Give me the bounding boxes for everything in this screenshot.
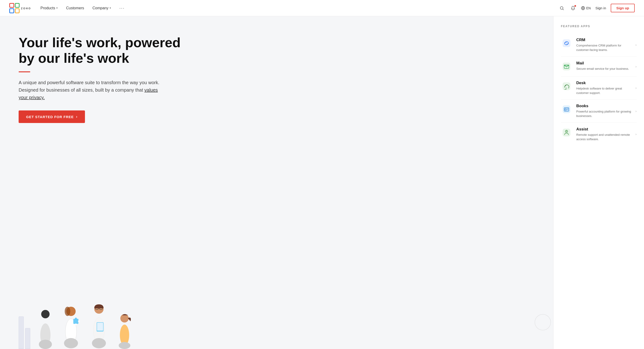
svg-rect-26 <box>562 39 570 47</box>
svg-rect-27 <box>562 62 570 70</box>
language-selector[interactable]: EN <box>581 6 591 10</box>
svg-point-19 <box>93 318 104 343</box>
person-4-svg <box>116 312 133 349</box>
app-item-crm[interactable]: CRM Comprehensive CRM platform for custo… <box>561 33 636 57</box>
assist-name: Assist <box>576 127 631 132</box>
svg-point-10 <box>64 338 78 348</box>
hero-description: A unique and powerful software suite to … <box>18 79 163 101</box>
logo-sq-yellow <box>15 8 20 13</box>
logo-sq-green <box>15 3 20 8</box>
svg-rect-17 <box>100 308 102 310</box>
books-icon-wrap <box>561 104 572 115</box>
nav-more-icon[interactable]: ··· <box>120 5 125 11</box>
assist-info: Assist Remote support and unattended rem… <box>576 127 631 142</box>
app-item-mail[interactable]: Mail Secure email service for your busin… <box>561 57 636 76</box>
assist-desc: Remote support and unattended remote acc… <box>576 133 631 142</box>
crm-icon-wrap <box>561 38 572 49</box>
featured-panel: FEATURED APPS CRM Comprehensive CRM plat… <box>553 16 644 349</box>
person-3-svg <box>88 303 110 349</box>
app-item-desk[interactable]: Desk Helpdesk software to deliver great … <box>561 76 636 100</box>
svg-line-1 <box>563 9 564 10</box>
crm-info: CRM Comprehensive CRM platform for custo… <box>576 38 631 52</box>
circle-decoration <box>534 314 551 331</box>
nav-products[interactable]: Products ▾ <box>40 6 58 10</box>
featured-label: FEATURED APPS <box>561 25 636 28</box>
svg-point-31 <box>565 87 567 89</box>
app-item-books[interactable]: Books Powerful accounting platform for g… <box>561 99 636 123</box>
hero-section: Your life's work, powered by our life's … <box>0 16 553 349</box>
cta-button[interactable]: GET STARTED FOR FREE › <box>18 110 85 123</box>
signup-button[interactable]: Sign up <box>611 4 635 12</box>
privacy-link[interactable]: values your privacy. <box>18 87 158 100</box>
logo-sq-red <box>9 3 14 8</box>
person-1-svg <box>37 307 54 349</box>
app-item-assist[interactable]: Assist Remote support and unattended rem… <box>561 123 636 146</box>
svg-rect-21 <box>97 323 103 331</box>
svg-rect-13 <box>78 321 80 322</box>
header-actions: EN Sign in Sign up <box>558 4 635 12</box>
books-info: Books Powerful accounting platform for g… <box>576 104 631 118</box>
assist-icon <box>562 128 571 137</box>
svg-rect-20 <box>96 322 104 332</box>
svg-rect-11 <box>73 319 78 324</box>
bar-short <box>25 328 30 349</box>
company-chevron-icon: ▾ <box>110 6 111 9</box>
person-2 <box>60 303 82 349</box>
svg-rect-32 <box>562 106 570 113</box>
mail-icon <box>562 62 571 71</box>
mail-name: Mail <box>576 61 631 65</box>
bar-tall <box>18 317 24 349</box>
person-3 <box>88 303 110 349</box>
main-nav: Products ▾ Customers Company ▾ ··· <box>40 5 558 11</box>
mail-info: Mail Secure email service for your busin… <box>576 61 631 71</box>
crm-chevron-icon: › <box>636 43 636 47</box>
books-chevron-icon: › <box>636 109 636 113</box>
logo[interactable]: ZOHO <box>9 3 31 13</box>
logo-text: ZOHO <box>21 7 31 10</box>
desk-icon-wrap <box>561 81 572 92</box>
assist-icon-wrap <box>561 127 572 138</box>
desk-name: Desk <box>576 81 631 85</box>
nav-company[interactable]: Company ▾ <box>92 6 111 10</box>
assist-chevron-icon: › <box>636 132 636 136</box>
svg-point-9 <box>66 319 76 344</box>
svg-point-29 <box>566 68 567 68</box>
hero-title: Your life's work, powered by our life's … <box>18 35 182 66</box>
crm-icon <box>562 38 571 48</box>
signin-button[interactable]: Sign in <box>595 6 606 10</box>
desk-desc: Helpdesk software to deliver great custo… <box>576 86 631 95</box>
logo-sq-blue <box>9 8 14 13</box>
nav-customers[interactable]: Customers <box>66 6 84 10</box>
notifications-icon[interactable] <box>570 5 576 11</box>
main-content: Your life's work, powered by our life's … <box>0 16 644 349</box>
crm-name: CRM <box>576 38 631 42</box>
svg-point-23 <box>120 314 129 323</box>
svg-point-5 <box>40 324 50 347</box>
cta-arrow-icon: › <box>76 115 78 119</box>
svg-point-6 <box>39 340 52 349</box>
svg-point-0 <box>560 6 563 9</box>
mail-desc: Secure email service for your business. <box>576 67 631 71</box>
bar-shapes <box>18 317 30 349</box>
products-chevron-icon: ▾ <box>56 6 58 9</box>
svg-point-25 <box>119 342 130 349</box>
desk-info: Desk Helpdesk software to deliver great … <box>576 81 631 95</box>
search-icon[interactable] <box>558 5 565 11</box>
svg-point-8 <box>65 307 70 316</box>
books-desc: Powerful accounting platform for growing… <box>576 109 631 118</box>
notification-badge <box>574 5 576 7</box>
illustration-area <box>14 298 553 349</box>
header: ZOHO Products ▾ Customers Company ▾ ··· <box>0 0 644 16</box>
desk-icon <box>562 82 571 91</box>
person-4 <box>116 312 133 349</box>
books-icon <box>562 105 571 114</box>
svg-point-22 <box>92 338 106 348</box>
svg-point-15 <box>94 304 104 314</box>
svg-rect-12 <box>75 318 77 320</box>
person-1 <box>37 303 54 349</box>
desk-chevron-icon: › <box>636 86 636 90</box>
books-name: Books <box>576 104 631 108</box>
svg-rect-14 <box>75 324 77 325</box>
logo-squares <box>9 3 20 13</box>
svg-point-24 <box>120 325 129 346</box>
